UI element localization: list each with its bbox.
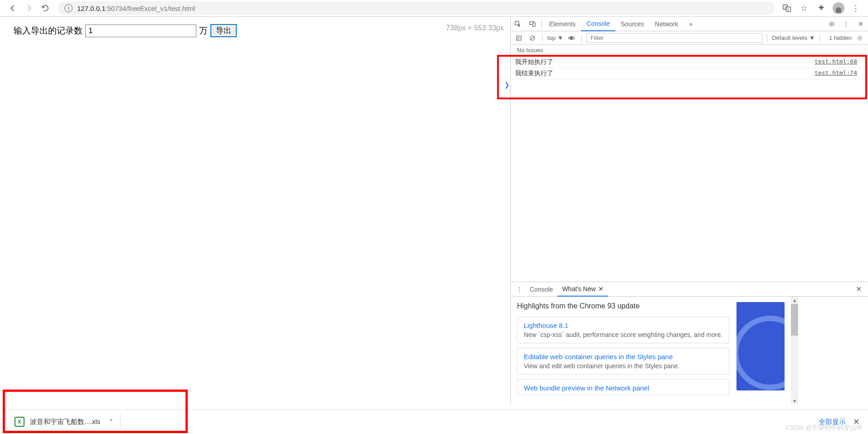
console-log-row: 我开始执行了 test.html:68: [499, 57, 865, 68]
inspect-element-icon[interactable]: [511, 17, 525, 31]
excel-file-icon: X: [15, 417, 24, 427]
devtools-menu-icon[interactable]: ⋮: [839, 17, 853, 31]
svg-text:A: A: [787, 8, 790, 11]
reload-button[interactable]: [37, 1, 54, 15]
chevron-up-icon[interactable]: ⌃: [108, 418, 114, 425]
issues-bar[interactable]: No Issues: [511, 45, 868, 56]
download-item[interactable]: X 波音和宇宙飞船数....xls ⌃: [8, 414, 121, 429]
forward-button[interactable]: [21, 1, 37, 15]
svg-line-11: [531, 36, 534, 39]
url-path: :50734/freeExcel_v1/test.html: [106, 5, 195, 12]
svg-point-7: [831, 23, 833, 25]
console-sidebar-toggle-icon[interactable]: [513, 33, 524, 44]
log-levels-selector[interactable]: Default levels▼: [772, 34, 815, 41]
svg-rect-8: [517, 36, 522, 40]
back-button[interactable]: [5, 1, 21, 15]
record-count-input[interactable]: [85, 24, 196, 37]
console-message: 我结束执行了: [515, 69, 553, 78]
close-tab-icon[interactable]: ✕: [598, 285, 604, 293]
console-source-link[interactable]: test.html:74: [814, 69, 857, 78]
hidden-count[interactable]: 1 hidden: [829, 34, 852, 41]
card-title[interactable]: Lighthouse 8.1: [524, 322, 722, 329]
whatsnew-card[interactable]: Web bundle preview in the Network panel: [517, 379, 729, 395]
scroll-up-icon[interactable]: ▲: [791, 297, 798, 304]
bookmark-star-icon[interactable]: ☆: [796, 1, 812, 15]
whatsnew-illustration: [736, 302, 785, 390]
devtools-panel: Elements Console Sources Network » ⋮ ✕ t…: [510, 17, 868, 405]
card-desc: View and edit web container queries in t…: [524, 362, 722, 370]
devtools-tabs: Elements Console Sources Network » ⋮ ✕: [511, 17, 868, 31]
tab-network[interactable]: Network: [649, 17, 683, 31]
console-source-link[interactable]: test.html:68: [814, 58, 857, 66]
console-settings-icon[interactable]: [854, 33, 865, 44]
console-filter-input[interactable]: [586, 33, 762, 43]
svg-rect-6: [533, 23, 535, 26]
drawer-tabs: ⋮ Console What's New ✕ ✕: [511, 282, 868, 297]
toolbar-icons: 文A ☆ ⋮: [779, 1, 863, 15]
drawer-menu-icon[interactable]: ⋮: [513, 286, 525, 293]
tab-console[interactable]: Console: [581, 17, 615, 31]
drawer-body: Highlights from the Chrome 93 update Lig…: [511, 297, 791, 405]
profile-avatar-icon[interactable]: [831, 1, 846, 15]
download-filename: 波音和宇宙飞船数....xls: [30, 418, 100, 426]
drawer-close-icon[interactable]: ✕: [852, 285, 865, 293]
main-area: 输入导出的记录数 万 导出 738px × 553.33px Elements …: [0, 17, 868, 405]
console-message: 我开始执行了: [515, 58, 553, 66]
console-prompt[interactable]: ❯: [499, 79, 865, 90]
whatsnew-card[interactable]: Lighthouse 8.1 New `csp-xss` audit, perf…: [517, 317, 729, 343]
export-form: 输入导出的记录数 万 导出: [14, 24, 497, 37]
svg-point-13: [859, 37, 861, 39]
drawer-heading: Highlights from the Chrome 93 update: [517, 302, 729, 310]
context-selector[interactable]: top▼: [547, 34, 563, 41]
viewport-dimensions: 738px × 553.33px: [446, 24, 504, 32]
devtools-settings-icon[interactable]: [824, 17, 839, 31]
drawer-tab-console[interactable]: Console: [525, 282, 557, 297]
drawer-tab-whatsnew[interactable]: What's New ✕: [557, 282, 608, 297]
clear-console-icon[interactable]: [527, 33, 538, 44]
whatsnew-card[interactable]: Editable web container queries in the St…: [517, 348, 729, 375]
menu-icon[interactable]: ⋮: [848, 1, 863, 15]
address-bar[interactable]: i 127.0.0.1:50734/freeExcel_v1/test.html: [58, 1, 775, 15]
scroll-thumb[interactable]: [791, 304, 798, 336]
console-output: 我开始执行了 test.html:68 我结束执行了 test.html:74 …: [499, 57, 865, 98]
console-filter-bar: top▼ Default levels▼ 1 hidden: [511, 31, 868, 45]
browser-toolbar: i 127.0.0.1:50734/freeExcel_v1/test.html…: [0, 0, 868, 17]
devtools-close-icon[interactable]: ✕: [853, 17, 868, 31]
url-host: 127.0.0.1: [77, 5, 106, 12]
page-content: 输入导出的记录数 万 导出 738px × 553.33px: [0, 17, 510, 405]
console-log-row: 我结束执行了 test.html:74: [499, 68, 865, 79]
card-desc: New `csp-xss` audit, performance score w…: [524, 331, 722, 338]
unit-label: 万: [199, 25, 208, 37]
extensions-icon[interactable]: [814, 1, 829, 15]
card-title[interactable]: Web bundle preview in the Network panel: [524, 384, 722, 392]
svg-point-12: [570, 37, 572, 39]
issues-label: No Issues: [517, 47, 543, 54]
download-bar: X 波音和宇宙飞船数....xls ⌃ 全部显示 ✕: [0, 409, 868, 434]
form-label: 输入导出的记录数: [14, 25, 83, 37]
device-toggle-icon[interactable]: [525, 17, 540, 31]
scroll-down-icon[interactable]: ▼: [791, 397, 798, 405]
watermark: CSDN @不穿铠甲的穿山甲: [785, 424, 863, 432]
devtools-drawer: ⋮ Console What's New ✕ ✕ Highlights from…: [511, 282, 868, 405]
info-icon[interactable]: i: [64, 4, 73, 12]
translate-icon[interactable]: 文A: [779, 1, 795, 15]
more-tabs-icon[interactable]: »: [683, 17, 698, 31]
tab-elements[interactable]: Elements: [544, 17, 581, 31]
tab-sources[interactable]: Sources: [615, 17, 649, 31]
export-button[interactable]: 导出: [210, 24, 237, 37]
drawer-scrollbar[interactable]: ▲ ▼: [791, 297, 798, 405]
card-title[interactable]: Editable web container queries in the St…: [524, 353, 722, 361]
highlight-box-console: 我开始执行了 test.html:68 我结束执行了 test.html:74 …: [497, 55, 867, 99]
live-expression-icon[interactable]: [566, 33, 577, 44]
